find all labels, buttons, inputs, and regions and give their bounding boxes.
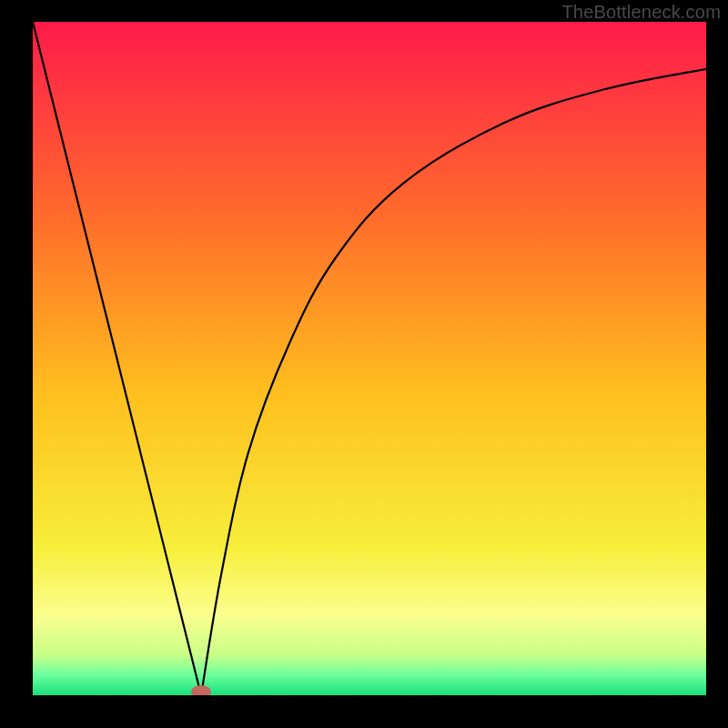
- chart-svg: [33, 22, 706, 695]
- chart-frame: TheBottleneck.com: [0, 0, 728, 728]
- watermark-text: TheBottleneck.com: [561, 2, 721, 23]
- plot-area: [33, 22, 706, 695]
- chart-background: [33, 22, 706, 695]
